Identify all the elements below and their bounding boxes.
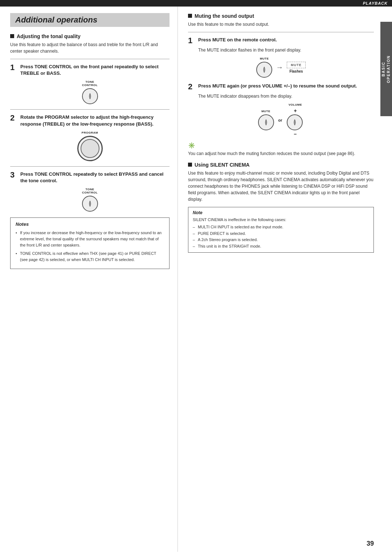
step-2-number: 2	[10, 114, 17, 122]
top-bar-label: PLAYBACK	[363, 1, 388, 5]
minus-label: –	[287, 131, 304, 137]
step-1-number: 1	[10, 64, 17, 72]
program-knob: PROGRAM	[77, 131, 103, 161]
note-box: Note SILENT CINEMA is ineffective in the…	[188, 207, 374, 253]
knob-inner	[81, 139, 99, 158]
muting-heading: Muting the sound output	[188, 13, 374, 19]
right-column: Muting the sound output Use this feature…	[178, 7, 392, 552]
note-intro: SILENT CINEMA is ineffective in the foll…	[193, 217, 369, 222]
knob-3-label: TONECONTROL	[82, 188, 98, 194]
silent-cinema-body: Use this feature to enjoy multi-channel …	[188, 170, 374, 203]
mute-btn-label-2: MUTE	[261, 110, 270, 113]
volume-plus-minus: + –	[287, 108, 304, 137]
step-3: 3 Press TONE CONTROL repeatedly to selec…	[10, 171, 170, 212]
step-2-title: Rotate the PROGRAM selector to adjust th…	[20, 114, 170, 127]
step-2-header: 2 Rotate the PROGRAM selector to adjust …	[10, 114, 170, 127]
mute-btn-label-1: MUTE	[260, 57, 269, 60]
top-bar: PLAYBACK	[0, 0, 392, 7]
page-title: Additional operations	[10, 13, 170, 27]
main-content: Additional operations Adjusting the tona…	[0, 7, 392, 552]
tip-section: ✳️ You can adjust how much the muting fu…	[188, 142, 374, 157]
divider-3	[10, 166, 170, 167]
step-1-diagram: TONECONTROL	[10, 80, 170, 104]
tone-control-knob-1: TONECONTROL	[82, 80, 98, 104]
mute-button-1: MUTE	[256, 57, 272, 78]
volume-label: VOLUME	[289, 103, 302, 106]
notes-title: Notes	[16, 221, 164, 227]
knob-3-shape	[82, 196, 98, 212]
tip-icon: ✳️	[188, 142, 374, 149]
muting-bullet	[188, 14, 192, 18]
mute-step-2-desc: The MUTE indicator disappears from the d…	[198, 93, 374, 99]
page-number: 39	[367, 540, 374, 547]
sidebar-text: BASIC OPERATION	[381, 55, 391, 83]
knob-1-shape	[82, 88, 98, 104]
section-bullet	[10, 34, 14, 38]
mute-diagram-1: MUTE → MUTE Flashes	[188, 57, 374, 78]
left-column: Additional operations Adjusting the tona…	[0, 7, 178, 552]
step-3-header: 3 Press TONE CONTROL repeatedly to selec…	[10, 171, 170, 184]
muting-intro: Use this feature to mute the sound outpu…	[188, 21, 374, 28]
step-1-header: 1 Press TONE CONTROL on the front panel …	[10, 64, 170, 77]
tip-text: You can adjust how much the muting funct…	[188, 150, 374, 157]
mute-step-2-header: 2 Press MUTE again (or press VOLUME +/–)…	[188, 83, 374, 91]
right-sidebar: BASIC OPERATION	[380, 22, 392, 116]
note-list-item-4: This unit is in the STRAIGHT mode.	[193, 243, 369, 250]
mute-step-1-header: 1 Press MUTE on the remote control.	[188, 37, 374, 45]
plus-label: +	[287, 108, 304, 114]
mute-diagram-2: MUTE or VOLUME +	[188, 103, 374, 137]
mute-step-2: 2 Press MUTE again (or press VOLUME +/–)…	[188, 83, 374, 137]
program-knob-label: PROGRAM	[82, 131, 98, 134]
flashes-label: Flashes	[289, 69, 303, 73]
mute-step-1-title: Press MUTE on the remote control.	[198, 37, 277, 43]
divider-2	[10, 109, 170, 110]
mute-step-1-desc: The MUTE indicator flashes in the front …	[198, 47, 374, 53]
mute-indicator: MUTE	[287, 62, 306, 68]
note-list-item-1: MULTI CH INPUT is selected as the input …	[193, 224, 369, 231]
or-text: or	[278, 118, 282, 122]
step-1-title: Press TONE CONTROL on the front panel re…	[20, 64, 170, 77]
notes-box: Notes If you increase or decrease the hi…	[10, 217, 170, 269]
tonal-quality-intro: Use this feature to adjust the balance o…	[10, 41, 170, 54]
note-item-1: If you increase or decrease the high-fre…	[16, 230, 164, 248]
silent-cinema-heading: Using SILENT CINEMA	[188, 162, 374, 168]
note-item-2: TONE CONTROL is not effective when THX (…	[16, 250, 164, 263]
mute-step-1: 1 Press MUTE on the remote control. The …	[188, 37, 374, 78]
volume-knob	[287, 114, 303, 130]
volume-control: VOLUME + –	[287, 103, 304, 137]
step-3-title: Press TONE CONTROL repeatedly to select …	[20, 171, 170, 184]
note-list-item-3: A 2ch Stereo program is selected.	[193, 237, 369, 243]
mute-button-2: MUTE	[258, 110, 274, 130]
mute-flashes-group: MUTE Flashes	[287, 62, 306, 73]
step-1: 1 Press TONE CONTROL on the front panel …	[10, 64, 170, 104]
mute-knob-1	[256, 62, 272, 78]
note-title: Note	[193, 210, 369, 215]
step-2: 2 Rotate the PROGRAM selector to adjust …	[10, 114, 170, 161]
mute-arrow-1: →	[276, 63, 283, 72]
mute-knob-2	[258, 114, 274, 130]
notes-list: If you increase or decrease the high-fre…	[16, 230, 164, 263]
program-knob-shape	[77, 136, 103, 161]
note-list: MULTI CH INPUT is selected as the input …	[193, 224, 369, 249]
mute-step-1-number: 1	[188, 37, 195, 45]
knob-1-label: TONECONTROL	[82, 80, 98, 87]
step-2-diagram: PROGRAM	[10, 131, 170, 161]
step-3-number: 3	[10, 171, 17, 179]
silent-bullet	[188, 163, 192, 167]
mute-step-2-number: 2	[188, 83, 195, 91]
divider-1	[10, 59, 170, 59]
mute-step-2-title: Press MUTE again (or press VOLUME +/–) t…	[198, 83, 357, 89]
muting-divider	[188, 32, 374, 32]
tonal-quality-heading: Adjusting the tonal quality	[10, 33, 170, 39]
tone-control-knob-2: TONECONTROL	[82, 188, 98, 212]
step-3-diagram: TONECONTROL	[10, 188, 170, 212]
note-list-item-2: PURE DIRECT is selected.	[193, 231, 369, 237]
